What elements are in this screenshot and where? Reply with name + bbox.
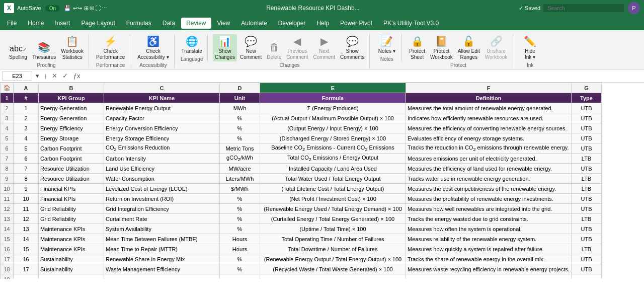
cancel-formula-btn[interactable]: ✕ bbox=[50, 72, 59, 80]
thesaurus-icon: 📚 bbox=[38, 41, 50, 53]
table-row: 19 bbox=[1, 274, 602, 279]
envelope-icon[interactable]: ✉ bbox=[90, 5, 94, 12]
expand-formula-btn[interactable]: ▾ bbox=[34, 72, 41, 80]
ribbon-group-ink: ✏️ HideInk ▾ Ink bbox=[515, 34, 545, 68]
menu-automate[interactable]: Automate bbox=[236, 18, 272, 29]
next-comment-icon: ▶ bbox=[320, 35, 328, 47]
ribbon-group-language: 🌐 Translate Language bbox=[177, 34, 208, 62]
statistics-icon: 📋 bbox=[66, 35, 78, 47]
new-comment-button[interactable]: 💬 NewComment bbox=[238, 34, 264, 61]
table-row: 7 6 Carbon Footprint Carbon Intensity gC… bbox=[1, 154, 602, 164]
notes-icon: 📝 bbox=[380, 35, 393, 47]
check-accessibility-button[interactable]: ♿ CheckAccessibility ▾ bbox=[135, 34, 171, 61]
menu-developer[interactable]: Developer bbox=[273, 18, 311, 29]
spelling-button[interactable]: abc✓ Spelling bbox=[7, 43, 29, 61]
header-num: # bbox=[14, 93, 39, 103]
table-row: 5 4 Energy Storage Energy Storage Effici… bbox=[1, 133, 602, 143]
hide-ink-icon: ✏️ bbox=[524, 35, 536, 47]
ribbon-group-accessibility: ♿ CheckAccessibility ▾ Accessibility bbox=[132, 34, 174, 68]
menu-formulas[interactable]: Formulas bbox=[121, 18, 156, 29]
header-kpi-group: KPI Group bbox=[39, 93, 104, 103]
autosave-toggle[interactable]: On bbox=[45, 5, 60, 12]
menu-help[interactable]: Help bbox=[311, 18, 334, 29]
table-row: 9 8 Resource Utilization Water Consumpti… bbox=[1, 174, 602, 184]
previous-comment-button[interactable]: ◀ PreviousComment bbox=[284, 34, 310, 61]
table-row: 13 12 Grid Reliability Curtailment Rate … bbox=[1, 214, 602, 224]
notes-button[interactable]: 📝 Notes ▾ bbox=[376, 34, 398, 55]
confirm-formula-btn[interactable]: ✓ bbox=[61, 72, 69, 80]
table-row: 15 14 Maintenance KPIs Mean Time Between… bbox=[1, 234, 602, 244]
show-changes-icon: 📊 bbox=[218, 35, 231, 47]
delete-icon: 🗑 bbox=[269, 42, 279, 53]
menu-insert[interactable]: Insert bbox=[50, 18, 75, 29]
corner-cell: 🏠 bbox=[1, 83, 14, 93]
workbook-statistics-button[interactable]: 📋 WorkbookStatistics bbox=[59, 34, 86, 61]
thesaurus-button[interactable]: 📚 Thesaurus bbox=[30, 40, 58, 61]
col-header-c[interactable]: C bbox=[104, 83, 220, 93]
menu-page-layout[interactable]: Page Layout bbox=[76, 18, 120, 29]
menu-view[interactable]: View bbox=[212, 18, 235, 29]
table-row: 18 17 Sustainability Waste Management Ef… bbox=[1, 264, 602, 274]
redo-icon[interactable]: ↪ bbox=[77, 5, 82, 12]
formula-input[interactable] bbox=[85, 72, 642, 80]
show-comments-button[interactable]: 💬 ShowComments bbox=[338, 34, 366, 61]
show-changes-button[interactable]: 📊 ShowChanges bbox=[213, 34, 237, 61]
header-type: Type bbox=[572, 93, 602, 103]
header-definition: Definition bbox=[406, 93, 572, 103]
unshare-workbook-button[interactable]: 🔗 UnshareWorkbook bbox=[483, 34, 510, 61]
prev-comment-icon: ◀ bbox=[293, 35, 301, 47]
menu-pk-utility[interactable]: PK's Utility Tool V3.0 bbox=[378, 18, 444, 29]
data-grid: 🏠 A B C D E F G 1 # KPI Group KPI Name bbox=[0, 83, 602, 279]
new-comment-icon: 💬 bbox=[245, 35, 257, 47]
more-icon[interactable]: ⋯ bbox=[102, 5, 107, 12]
col-header-g[interactable]: G bbox=[572, 83, 602, 93]
saved-btn[interactable]: ✓ Saved bbox=[519, 5, 540, 12]
allow-edit-icon: 🔓 bbox=[462, 35, 475, 47]
cell-ref-input[interactable] bbox=[2, 71, 32, 81]
check-performance-button[interactable]: ⚡ CheckPerformance bbox=[94, 34, 127, 61]
user-avatar: P bbox=[628, 2, 640, 14]
protect-sheet-icon: 🔒 bbox=[411, 35, 424, 47]
allow-edit-ranges-button[interactable]: 🔓 Allow EditRanges bbox=[456, 34, 482, 61]
spelling-icon: abc✓ bbox=[10, 44, 27, 53]
table-row: 6 5 Carbon Footprint CO2 Emissions Reduc… bbox=[1, 143, 602, 154]
translate-button[interactable]: 🌐 Translate bbox=[180, 34, 204, 55]
hide-ink-button[interactable]: ✏️ HideInk ▾ bbox=[519, 34, 541, 61]
protect-workbook-button[interactable]: 📔 ProtectWorkbook bbox=[428, 34, 455, 61]
search-input[interactable] bbox=[543, 4, 624, 12]
unshare-icon: 🔗 bbox=[490, 35, 503, 47]
col-header-f[interactable]: F bbox=[406, 83, 572, 93]
formula-bar: ▾ | ✕ ✓ ƒx bbox=[0, 69, 644, 83]
title-bar: X AutoSave On 💾 ↩ ↪ ⊞ ✉ ⛶ ⋯ Renewable Re… bbox=[0, 0, 644, 16]
col-header-a[interactable]: A bbox=[14, 83, 39, 93]
menu-review[interactable]: Review bbox=[181, 18, 211, 29]
table-row: 12 11 Grid Reliability Grid Integration … bbox=[1, 204, 602, 214]
ribbon: abc✓ Spelling 📚 Thesaurus 📋 WorkbookStat… bbox=[0, 30, 644, 69]
translate-icon: 🌐 bbox=[186, 35, 198, 47]
undo-icon[interactable]: ↩ bbox=[73, 5, 77, 12]
grid-icon[interactable]: ⊞ bbox=[84, 5, 89, 12]
autosave-label: AutoSave bbox=[17, 5, 41, 11]
protect-sheet-button[interactable]: 🔒 ProtectSheet bbox=[407, 34, 427, 61]
next-comment-button[interactable]: ▶ NextComment bbox=[311, 34, 337, 61]
col-header-b[interactable]: B bbox=[39, 83, 104, 93]
performance-icon: ⚡ bbox=[104, 35, 117, 47]
delete-button[interactable]: 🗑 Delete bbox=[265, 41, 283, 61]
table-row: 8 7 Resource Utilization Land Use Effici… bbox=[1, 164, 602, 174]
menu-home[interactable]: Home bbox=[23, 18, 49, 29]
table-row: 17 16 Sustainability Renewable Share in … bbox=[1, 254, 602, 264]
table-row: 4 3 Energy Efficiency Energy Conversion … bbox=[1, 123, 602, 133]
save-icon[interactable]: 💾 bbox=[64, 5, 71, 12]
col-header-e[interactable]: E bbox=[260, 83, 406, 93]
cursor-icon[interactable]: ⛶ bbox=[95, 5, 101, 11]
show-comments-icon: 💬 bbox=[346, 35, 359, 47]
app-icon: X bbox=[4, 3, 14, 13]
col-header-d[interactable]: D bbox=[220, 83, 260, 93]
menu-file[interactable]: File bbox=[2, 18, 22, 29]
row-num-1: 1 bbox=[1, 93, 14, 103]
header-unit: Unit bbox=[220, 93, 260, 103]
menu-data[interactable]: Data bbox=[157, 18, 180, 29]
protect-workbook-icon: 📔 bbox=[435, 35, 448, 47]
ribbon-group-performance: ⚡ CheckPerformance Performance bbox=[91, 34, 130, 68]
menu-power-pivot[interactable]: Power Pivot bbox=[335, 18, 377, 29]
